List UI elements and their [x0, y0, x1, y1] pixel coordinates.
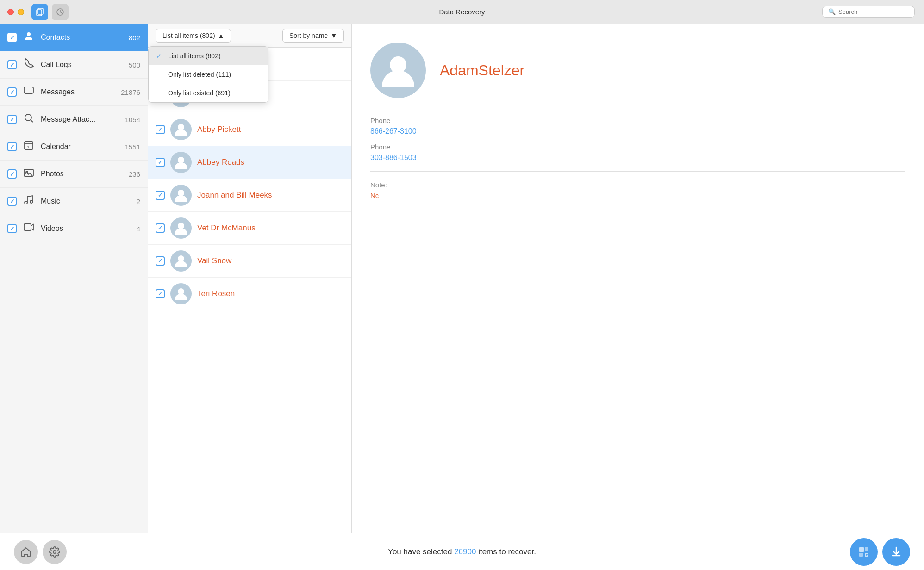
- sidebar-item-calendar[interactable]: 3 Calendar 1551: [0, 133, 148, 161]
- restore-icon-button[interactable]: [52, 4, 69, 20]
- contact-checkbox-terirosen[interactable]: [156, 289, 165, 298]
- search-icon: 🔍: [828, 8, 836, 15]
- search-box[interactable]: 🔍: [822, 6, 915, 18]
- status-count: 26900: [454, 547, 476, 556]
- svg-rect-27: [859, 547, 864, 552]
- contact-list: AaronHofkamp Adria Abby Pickett: [148, 48, 351, 533]
- contact-avatar-abbeyroads: [170, 152, 192, 173]
- svg-point-24: [178, 288, 184, 295]
- titlebar: Data Recovery 🔍: [0, 0, 924, 24]
- sort-button[interactable]: Sort by name ▼: [282, 29, 344, 43]
- detail-phone-label1: Phone: [370, 117, 905, 124]
- filter-option-all-label: List all items (802): [168, 52, 221, 60]
- calllogs-checkbox[interactable]: [7, 60, 17, 69]
- filter-option-all[interactable]: ✓ List all items (802): [149, 47, 268, 65]
- sidebar-item-photos[interactable]: Photos 236: [0, 161, 148, 188]
- filter-caret-icon: ▲: [218, 32, 225, 39]
- main-content: Contacts 802 Call Logs 500 Messages: [0, 24, 924, 533]
- svg-point-20: [178, 157, 184, 163]
- contact-avatar-joannbill: [170, 185, 192, 206]
- bottom-right-buttons: [850, 538, 910, 566]
- status-text-after: items to recover.: [476, 547, 536, 556]
- sidebar-item-videos[interactable]: Videos 4: [0, 215, 148, 242]
- sidebar-calendar-count: 1551: [125, 143, 140, 151]
- download-button[interactable]: [882, 538, 910, 566]
- contacts-checkbox[interactable]: [7, 33, 17, 42]
- svg-point-14: [25, 201, 27, 204]
- sidebar-photos-count: 236: [129, 170, 140, 178]
- contact-row-joannbill[interactable]: Joann and Bill Meeks: [148, 179, 351, 212]
- bottom-status: You have selected 26900 items to recover…: [388, 547, 536, 557]
- sidebar-music-count: 2: [137, 198, 140, 205]
- svg-rect-29: [859, 553, 863, 557]
- sidebar-item-messageattach[interactable]: Message Attac... 1054: [0, 106, 148, 133]
- contact-avatar-vailsnow: [170, 250, 192, 272]
- svg-point-19: [178, 124, 184, 130]
- contact-checkbox-joannbill[interactable]: [156, 191, 165, 200]
- svg-rect-1: [38, 8, 43, 14]
- sidebar: Contacts 802 Call Logs 500 Messages: [0, 24, 148, 533]
- sort-label: Sort by name: [289, 32, 328, 39]
- contact-row-vetmcmanus[interactable]: Vet Dr McManus: [148, 212, 351, 245]
- sidebar-item-music[interactable]: Music 2: [0, 188, 148, 215]
- filter-button[interactable]: List all items (802) ▲: [156, 29, 231, 43]
- sidebar-calllogs-label: Call Logs: [41, 61, 123, 69]
- messageattach-checkbox[interactable]: [7, 115, 17, 124]
- copy-icon-button[interactable]: [31, 4, 48, 20]
- sidebar-messageattach-label: Message Attac...: [41, 115, 119, 124]
- svg-rect-0: [37, 10, 42, 16]
- contact-row-vailsnow[interactable]: Vail Snow: [148, 245, 351, 278]
- contact-row-abbypickett[interactable]: Abby Pickett: [148, 113, 351, 146]
- svg-point-3: [27, 32, 31, 36]
- sidebar-item-calllogs[interactable]: Call Logs 500: [0, 51, 148, 79]
- svg-text:3: 3: [27, 146, 29, 149]
- app-title: Data Recovery: [439, 8, 485, 16]
- traffic-lights: [7, 9, 24, 15]
- detail-name: AdamStelzer: [440, 62, 524, 79]
- close-button[interactable]: [7, 9, 14, 15]
- bottom-bar: You have selected 26900 items to recover…: [0, 533, 924, 570]
- contact-checkbox-vailsnow[interactable]: [156, 256, 165, 266]
- search-input[interactable]: [838, 8, 909, 15]
- svg-point-26: [53, 551, 56, 553]
- right-panel: AdamStelzer Phone 866-267-3100 Phone 303…: [352, 24, 924, 533]
- middle-toolbar: List all items (802) ▲ Sort by name ▼ ✓ …: [148, 24, 351, 48]
- photos-checkbox[interactable]: [7, 169, 17, 179]
- minimize-button[interactable]: [18, 9, 24, 15]
- svg-rect-28: [865, 547, 868, 551]
- home-button[interactable]: [14, 540, 38, 564]
- svg-point-5: [25, 114, 31, 121]
- contact-checkbox-vetmcmanus[interactable]: [156, 223, 165, 233]
- filter-dropdown: ✓ List all items (802) Only list deleted…: [148, 46, 268, 103]
- contact-row-terirosen[interactable]: Teri Rosen: [148, 278, 351, 310]
- filter-option-existed[interactable]: Only list existed (691): [149, 84, 268, 102]
- contact-row-abbeyroads[interactable]: Abbey Roads: [148, 146, 351, 179]
- photos-icon: [22, 167, 35, 181]
- filter-option-deleted[interactable]: Only list deleted (111): [149, 65, 268, 84]
- export-button[interactable]: [850, 538, 878, 566]
- contact-name-abbeyroads: Abbey Roads: [197, 158, 244, 167]
- music-checkbox[interactable]: [7, 197, 17, 206]
- contact-checkbox-abbeyroads[interactable]: [156, 158, 165, 167]
- status-text-before: You have selected: [388, 547, 454, 556]
- sidebar-calllogs-count: 500: [129, 61, 140, 69]
- contact-detail-header: AdamStelzer: [370, 43, 905, 98]
- sidebar-item-messages[interactable]: Messages 21876: [0, 79, 148, 106]
- sidebar-item-contacts[interactable]: Contacts 802: [0, 24, 148, 51]
- filter-option-deleted-label: Only list deleted (111): [168, 71, 231, 78]
- settings-button[interactable]: [43, 540, 67, 564]
- contact-checkbox-abbypickett[interactable]: [156, 125, 165, 134]
- calendar-checkbox[interactable]: [7, 142, 17, 151]
- calendar-icon: 3: [22, 140, 35, 154]
- contact-name-vetmcmanus: Vet Dr McManus: [197, 223, 256, 233]
- svg-rect-16: [24, 224, 31, 230]
- svg-point-15: [30, 200, 33, 203]
- contact-name-abbypickett: Abby Pickett: [197, 125, 241, 134]
- contact-avatar-abbypickett: [170, 119, 192, 140]
- svg-point-23: [178, 255, 184, 262]
- videos-checkbox[interactable]: [7, 224, 17, 233]
- calllogs-icon: [22, 58, 35, 72]
- music-icon: [22, 194, 35, 208]
- filter-option-existed-label: Only list existed (691): [168, 89, 231, 97]
- messages-checkbox[interactable]: [7, 87, 17, 97]
